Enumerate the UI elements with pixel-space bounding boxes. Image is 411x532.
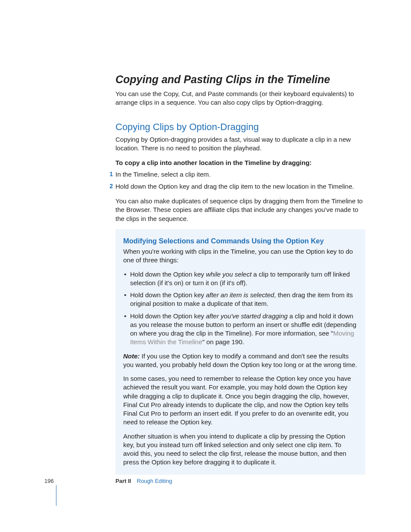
part-label: Part II xyxy=(115,478,131,484)
subsection-title: Copying Clips by Option-Dragging xyxy=(115,121,365,134)
footer-rule xyxy=(56,485,56,506)
list-item: Hold down the Option key after an item i… xyxy=(123,291,358,308)
section-title: Copying and Pasting Clips in the Timelin… xyxy=(115,72,365,87)
step-number: 1 xyxy=(108,170,113,178)
note-label: Note: xyxy=(123,352,140,360)
page-body: Copying and Pasting Clips in the Timelin… xyxy=(56,0,366,475)
callout-intro: When you're working with clips in the Ti… xyxy=(123,247,358,265)
list-item: Hold down the Option key while you selec… xyxy=(123,270,358,288)
step-text: In the Timeline, select a clip item. xyxy=(115,171,211,178)
callout-paragraph: In some cases, you need to remember to r… xyxy=(123,374,358,427)
after-steps-paragraph: You can also make duplicates of sequence… xyxy=(115,197,365,223)
step-number: 2 xyxy=(108,182,113,190)
procedure-step: 2 Hold down the Option key and drag the … xyxy=(115,182,365,191)
list-item: Hold down the Option key after you've st… xyxy=(123,312,358,347)
part-name: Rough Editing xyxy=(137,478,172,484)
footer-part: Part II Rough Editing xyxy=(115,477,172,485)
note-paragraph: Note: If you use the Option key to modif… xyxy=(123,352,358,370)
callout-list: Hold down the Option key while you selec… xyxy=(123,270,358,347)
section-intro: You can use the Copy, Cut, and Paste com… xyxy=(115,90,365,107)
page-number: 196 xyxy=(44,477,54,485)
callout-title: Modifying Selections and Commands Using … xyxy=(123,236,358,246)
callout-box: Modifying Selections and Commands Using … xyxy=(115,229,365,475)
content-column: Copying and Pasting Clips in the Timelin… xyxy=(115,72,365,475)
callout-paragraph: Another situation is when you intend to … xyxy=(123,432,358,467)
subsection-intro: Copying by Option-dragging provides a fa… xyxy=(115,135,365,153)
procedure-step: 1 In the Timeline, select a clip item. xyxy=(115,170,365,179)
procedure-lead: To copy a clip into another location in … xyxy=(115,159,365,167)
step-text: Hold down the Option key and drag the cl… xyxy=(115,183,354,190)
